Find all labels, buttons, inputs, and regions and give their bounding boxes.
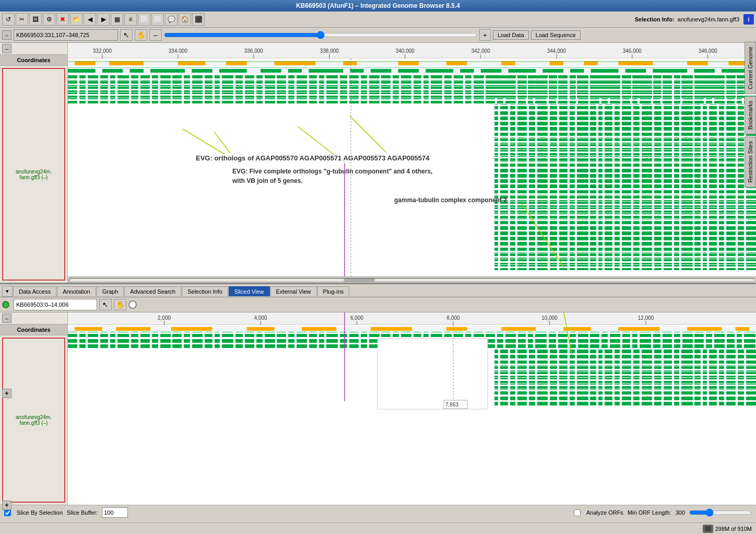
top-sidebar-minimize[interactable]: – (2, 44, 11, 53)
svg-rect-95 (494, 121, 756, 126)
green-arrow-line5 (298, 126, 334, 155)
zoom-out-btn[interactable]: – (149, 29, 162, 41)
tab-data-access[interactable]: Data Access (13, 286, 56, 296)
toolbar-list-btn[interactable]: ≡ (124, 13, 137, 26)
svg-rect-114 (494, 230, 756, 236)
analyze-orfs-checkbox[interactable] (574, 509, 581, 516)
toolbar-prev-btn[interactable]: ◀ (84, 13, 96, 26)
top-view: – ↖ ✋ – + Load Data Load Sequence – Coor… (0, 28, 756, 284)
bottom-pan-tool[interactable]: ✋ (114, 299, 126, 310)
svg-rect-116 (494, 242, 756, 247)
tab-annotation[interactable]: Annotation (57, 286, 96, 296)
tab-external-view[interactable]: External View (270, 286, 317, 296)
plus-icon-2[interactable]: + (2, 501, 11, 510)
toolbar-black-btn[interactable]: ⬛ (192, 13, 205, 26)
bottom-sidebar-minimize[interactable]: – (2, 314, 11, 323)
tab-selection-info[interactable]: Selection Info (182, 286, 228, 296)
pan-tool-btn[interactable]: ✋ (135, 29, 147, 41)
bottom-coord-input[interactable] (14, 299, 97, 310)
bottom-track-label: anofunevg24m.fann.gff3 (–) (2, 338, 65, 503)
info-icon[interactable]: i (743, 14, 754, 25)
svg-rect-48 (350, 69, 363, 73)
toolbar-open-btn[interactable]: 📂 (70, 13, 82, 26)
svg-rect-37 (68, 67, 756, 68)
svg-rect-113 (494, 225, 756, 230)
selection-info-value: anofunevg24m.fann.gff3 (678, 16, 739, 22)
coord-input[interactable] (14, 29, 118, 41)
svg-text:346,000: 346,000 (623, 48, 642, 54)
bottom-left-sidebar: – Coordinates anofunevg24m.fann.gff3 (–) (0, 312, 68, 505)
add-track-btn-2[interactable]: + (2, 501, 11, 510)
toolbar-comment-btn[interactable]: 💬 (165, 13, 178, 26)
svg-text:344,000: 344,000 (547, 48, 566, 54)
svg-rect-43 (192, 69, 212, 73)
svg-rect-137 (116, 327, 150, 331)
toolbar-screenshot-btn[interactable]: 🖼 (29, 13, 42, 26)
toolbar-next-btn[interactable]: ▶ (97, 13, 110, 26)
svg-rect-141 (371, 327, 412, 331)
hscroll-thumb[interactable] (344, 278, 375, 282)
plus-icon[interactable]: + (2, 389, 11, 398)
bottom-radio[interactable] (128, 300, 137, 309)
top-track-name: anofunevg24m.fann.gff3 (–) (16, 169, 52, 180)
slice-by-selection-checkbox[interactable] (4, 509, 11, 516)
svg-rect-58 (625, 69, 646, 73)
svg-rect-151 (494, 349, 756, 354)
toolbar-settings-btn[interactable]: ⚙ (43, 13, 55, 26)
top-genome-canvas[interactable]: 332,000 334,000 336,000 338,000 340,000 … (68, 43, 756, 283)
svg-text:334,000: 334,000 (169, 48, 188, 54)
svg-rect-140 (302, 327, 336, 331)
svg-rect-155 (494, 372, 756, 377)
top-coordinates-header: Coordinates (0, 55, 67, 66)
toolbar-close-btn[interactable]: ✖ (56, 13, 69, 26)
current-genome-tab[interactable]: Current Genome (745, 42, 756, 94)
toolbar: ↺ ✂ 🖼 ⚙ ✖ 📂 ◀ ▶ ▦ ≡ ⬜ ⬜ 💬 🏠 ⬛ Selection … (0, 11, 756, 28)
zoom-in-btn[interactable]: + (479, 29, 491, 41)
analyze-orfs-label: Analyze ORFs (586, 509, 623, 516)
tab-advanced-search[interactable]: Advanced Search (124, 286, 181, 296)
top-hscroll[interactable] (68, 276, 756, 283)
slice-buffer-input[interactable] (102, 507, 128, 518)
restriction-sites-tab[interactable]: Restriction Sites (745, 136, 756, 187)
tab-sliced-view[interactable]: Sliced View (229, 286, 270, 296)
toolbar-back-btn[interactable]: ↺ (2, 13, 15, 26)
svg-rect-158 (494, 389, 756, 394)
select-tool-btn[interactable]: ↖ (120, 29, 133, 41)
toolbar-grid-btn[interactable]: ▦ (111, 13, 123, 26)
toolbar-box2-btn[interactable]: ⬜ (151, 13, 164, 26)
top-genome-svg: 332,000 334,000 336,000 338,000 340,000 … (68, 43, 756, 283)
min-orf-length-value: 300 (676, 509, 685, 516)
load-seq-btn[interactable]: Load Sequence (531, 30, 581, 40)
zoom-slider[interactable] (164, 31, 477, 39)
svg-rect-138 (171, 327, 212, 331)
load-data-btn[interactable]: Load Data (493, 30, 529, 40)
svg-rect-120 (494, 265, 756, 270)
svg-rect-104 (494, 173, 756, 178)
toolbar-box1-btn[interactable]: ⬜ (138, 13, 150, 26)
svg-rect-60 (694, 69, 715, 73)
svg-rect-117 (494, 248, 756, 253)
svg-rect-97 (494, 133, 756, 138)
nav-bar: – ↖ ✋ – + Load Data Load Sequence (0, 28, 756, 43)
svg-rect-41 (130, 69, 144, 73)
svg-rect-115 (494, 236, 756, 241)
svg-rect-92 (494, 104, 756, 109)
bookmarks-tab[interactable]: Bookmarks (745, 96, 756, 134)
svg-rect-103 (494, 167, 756, 172)
svg-rect-50 (398, 69, 419, 73)
tab-plugins[interactable]: Plug-ins (317, 286, 350, 296)
selection-box (377, 339, 488, 409)
hscroll-track[interactable] (69, 278, 755, 282)
green-arrow-line4 (183, 129, 225, 154)
add-track-btn[interactable]: + (2, 389, 11, 398)
tab-arrow-btn[interactable]: ▾ (2, 286, 13, 297)
toolbar-cut-btn[interactable]: ✂ (16, 13, 28, 26)
ruler-group: 332,000 334,000 336,000 338,000 340,000 … (68, 43, 756, 59)
bottom-select-tool[interactable]: ↖ (99, 299, 112, 310)
toolbar-home-btn[interactable]: 🏠 (179, 13, 191, 26)
min-orf-slider[interactable] (689, 508, 752, 517)
bottom-genome-canvas[interactable]: 2,000 4,000 6,000 8,000 10,000 12,000 (68, 312, 756, 505)
svg-text:10,000: 10,000 (541, 315, 558, 321)
minimize-top-btn[interactable]: – (2, 30, 11, 40)
tab-graph[interactable]: Graph (97, 286, 124, 296)
